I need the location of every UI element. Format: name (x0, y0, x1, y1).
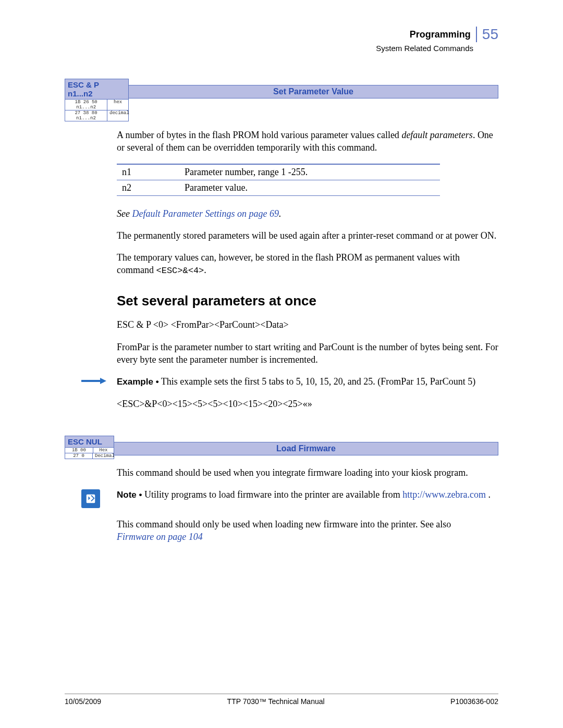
text-italic: default parameters (401, 130, 473, 140)
page-number: 55 (482, 26, 498, 43)
footer-title: TTP 7030™ Technical Manual (227, 697, 325, 706)
example-label: Example • (117, 377, 159, 387)
note-paragraph: Note • Utility programs to load firmware… (117, 488, 498, 501)
example-paragraph: Example • This example sets the first 5 … (117, 375, 498, 388)
chapter-title: Programming (410, 29, 471, 40)
decimal-value: 27 0 (65, 453, 93, 459)
decimal-label: Decimal (93, 453, 114, 459)
paragraph: FromPar is the parameter number to start… (117, 341, 498, 366)
decimal-row: 27 0 Decimal (65, 453, 114, 459)
example-code: <ESC>&P<0><15><5><5><10><15><20><25>«» (117, 398, 498, 410)
text: A number of bytes in the flash PROM hold… (117, 130, 401, 140)
decimal-label: decimal (107, 110, 128, 121)
hex-label: hex (107, 100, 128, 110)
command-block-set-parameter: ESC & P n1...n2 1B 26 50 n1...n2 hex 27 … (65, 79, 498, 121)
paragraph: This command should only be used when lo… (117, 518, 498, 544)
note-block: Note • Utility programs to load firmware… (65, 488, 498, 511)
hex-row: 1B 00 Hex (65, 447, 114, 453)
see-link[interactable]: Default Parameter Settings (132, 208, 235, 219)
param-desc: Parameter value. (179, 180, 440, 195)
paragraph: A number of bytes in the flash PROM hold… (117, 129, 498, 154)
hex-value: 1B 00 (65, 448, 93, 453)
footer-date: 10/05/2009 (65, 697, 101, 706)
table-row: n2 Parameter value. (117, 180, 440, 195)
svg-marker-1 (100, 378, 106, 384)
parameter-table: n1 Parameter number, range 1 -255. n2 Pa… (117, 164, 440, 196)
see-page[interactable]: on page 69 (235, 208, 279, 219)
text: . (279, 208, 282, 219)
example-text: This example sets the first 5 tabs to 5,… (159, 376, 476, 387)
command-title: ESC & P n1...n2 (65, 79, 128, 99)
command-title: ESC NUL (65, 436, 114, 447)
table-row: n1 Parameter number, range 1 -255. (117, 164, 440, 180)
hex-value: 1B 26 50 n1...n2 (65, 100, 107, 110)
paragraph: The permanently stored parameters will b… (117, 229, 498, 242)
section-title: System Related Commands (65, 44, 473, 53)
subsection-heading: Set several parameters at once (117, 293, 498, 309)
paragraph: This command should be used when you int… (117, 466, 498, 479)
see-reference: See Default Parameter Settings on page 6… (117, 207, 498, 220)
decimal-row: 27 38 80 n1...n2 decimal (65, 110, 128, 121)
text: . (204, 265, 206, 275)
note-label: Note • (117, 490, 142, 500)
text: . (486, 489, 491, 500)
header-divider (476, 27, 477, 42)
note-icon (81, 489, 100, 508)
footer-docid: P1003636-002 (450, 697, 498, 706)
note-text: Utility programs to load firmware into t… (142, 489, 402, 500)
see-prefix: See (117, 208, 132, 219)
command-code-box: ESC & P n1...n2 1B 26 50 n1...n2 hex 27 … (65, 79, 129, 121)
arrow-icon (81, 377, 106, 385)
command-description: Set Parameter Value (129, 85, 498, 98)
see-link[interactable]: Firmware (117, 532, 154, 542)
page-footer: 10/05/2009 TTP 7030™ Technical Manual P1… (65, 694, 498, 706)
external-link[interactable]: http://www.zebra.com (402, 489, 486, 500)
command-description: Load Firmware (114, 442, 498, 455)
command-code-box: ESC NUL 1B 00 Hex 27 0 Decimal (65, 436, 114, 459)
hex-row: 1B 26 50 n1...n2 hex (65, 99, 128, 110)
command-syntax: ESC & P <0> <FromPar><ParCount><Data> (117, 318, 498, 331)
param-name: n2 (117, 180, 179, 195)
param-name: n1 (117, 164, 179, 180)
param-desc: Parameter number, range 1 -255. (179, 164, 440, 180)
code-inline: <ESC>&<4> (156, 266, 204, 276)
hex-label: Hex (93, 448, 114, 453)
see-page[interactable]: on page 104 (154, 532, 203, 542)
command-block-load-firmware: ESC NUL 1B 00 Hex 27 0 Decimal Load Firm… (65, 436, 498, 459)
decimal-value: 27 38 80 n1...n2 (65, 110, 107, 121)
paragraph: The temporary values can, however, be st… (117, 251, 498, 277)
example-block: Example • This example sets the first 5 … (65, 375, 498, 419)
page-header: Programming 55 System Related Commands (65, 26, 498, 53)
text: This command should only be used when lo… (117, 519, 451, 529)
